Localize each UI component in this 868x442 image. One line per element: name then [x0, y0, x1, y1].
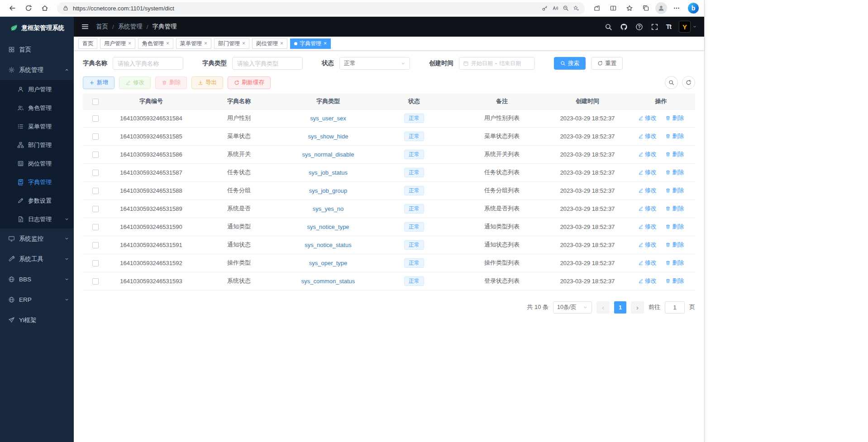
sidebar-item-system-monitor[interactable]: 系统监控: [0, 228, 74, 249]
reset-button[interactable]: 重置: [591, 57, 623, 70]
row-edit-button[interactable]: 修改: [638, 241, 657, 249]
add-button[interactable]: 新增: [83, 76, 114, 89]
row-edit-button[interactable]: 修改: [638, 277, 657, 285]
dict-type-link[interactable]: sys_notice_type: [307, 223, 349, 230]
goto-page-input[interactable]: [665, 301, 685, 314]
row-delete-button[interactable]: 删除: [665, 132, 684, 140]
row-delete-button[interactable]: 删除: [665, 186, 684, 195]
date-range-picker[interactable]: 开始日期 - 结束日期: [459, 57, 535, 70]
sidebar-item-post-mgmt[interactable]: 岗位管理: [0, 154, 74, 173]
favorites-button[interactable]: [623, 2, 636, 14]
status-select[interactable]: 正常: [339, 57, 410, 70]
row-edit-button[interactable]: 修改: [638, 114, 657, 122]
help-icon[interactable]: [635, 23, 643, 31]
row-edit-button[interactable]: 修改: [638, 223, 657, 231]
row-delete-button[interactable]: 删除: [665, 114, 684, 122]
row-checkbox[interactable]: [92, 278, 99, 285]
row-edit-button[interactable]: 修改: [638, 132, 657, 140]
breadcrumb-home[interactable]: 首页: [96, 23, 108, 31]
dict-type-input[interactable]: [232, 57, 303, 70]
row-checkbox[interactable]: [92, 206, 99, 212]
select-all-checkbox[interactable]: [92, 99, 99, 105]
row-edit-button[interactable]: 修改: [638, 186, 657, 195]
sidebar-item-dict-mgmt[interactable]: 字典管理: [0, 173, 74, 191]
dict-type-link[interactable]: sys_notice_status: [305, 242, 351, 248]
browser-back-button[interactable]: [5, 2, 19, 14]
current-page[interactable]: 1: [614, 301, 626, 314]
address-bar[interactable]: https://ccnetcore.com:1101/system/dict: [57, 2, 585, 14]
close-icon[interactable]: ×: [204, 41, 207, 46]
toggle-search-button[interactable]: [665, 76, 678, 89]
fullscreen-icon[interactable]: [651, 23, 658, 31]
tab-home[interactable]: 首页: [78, 38, 97, 49]
sidebar-item-home[interactable]: 首页: [0, 39, 74, 60]
row-delete-button[interactable]: 删除: [665, 168, 684, 176]
sidebar-item-role-mgmt[interactable]: 角色管理: [0, 99, 74, 117]
dict-type-link[interactable]: sys_normal_disable: [302, 151, 354, 158]
dict-type-link[interactable]: sys_show_hide: [308, 133, 348, 140]
dict-type-link[interactable]: sys_job_group: [309, 187, 348, 194]
row-edit-button[interactable]: 修改: [638, 150, 657, 158]
close-icon[interactable]: ×: [166, 41, 169, 46]
row-checkbox[interactable]: [92, 115, 99, 122]
refresh-cache-button[interactable]: 刷新缓存: [228, 76, 271, 89]
dict-type-link[interactable]: sys_oper_type: [309, 260, 348, 266]
user-menu[interactable]: Y: [679, 21, 697, 33]
next-page-button[interactable]: ›: [631, 301, 644, 314]
read-aloud-icon[interactable]: [552, 5, 558, 11]
dict-type-link[interactable]: sys_user_sex: [310, 115, 346, 122]
close-icon[interactable]: ×: [324, 41, 327, 46]
sidebar-item-menu-mgmt[interactable]: 菜单管理: [0, 117, 74, 136]
edit-button[interactable]: 修改: [119, 76, 151, 89]
app-logo[interactable]: 意框架管理系统: [0, 17, 74, 39]
tab-dict-mgmt[interactable]: 字典管理 ×: [290, 38, 331, 49]
row-delete-button[interactable]: 删除: [665, 150, 684, 158]
profile-avatar[interactable]: [655, 2, 667, 14]
row-checkbox[interactable]: [92, 133, 99, 140]
close-icon[interactable]: ×: [280, 41, 283, 46]
page-size-select[interactable]: 10条/页: [553, 301, 592, 314]
row-delete-button[interactable]: 删除: [665, 223, 684, 231]
tab-dept-mgmt[interactable]: 部门管理 ×: [214, 38, 249, 49]
sidebar-item-log-mgmt[interactable]: 日志管理: [0, 210, 74, 228]
split-screen-button[interactable]: [606, 2, 620, 14]
browser-refresh-button[interactable]: [22, 2, 35, 14]
row-edit-button[interactable]: 修改: [638, 168, 657, 176]
hamburger-icon[interactable]: [81, 23, 89, 31]
browser-home-button[interactable]: [38, 2, 52, 14]
row-delete-button[interactable]: 删除: [665, 259, 684, 267]
export-button[interactable]: 导出: [191, 76, 223, 89]
breadcrumb-system[interactable]: 系统管理: [118, 23, 143, 31]
tab-menu-mgmt[interactable]: 菜单管理 ×: [176, 38, 211, 49]
row-checkbox[interactable]: [92, 242, 99, 248]
collections-button[interactable]: [639, 2, 653, 14]
row-delete-button[interactable]: 删除: [665, 204, 684, 213]
tab-user-mgmt[interactable]: 用户管理 ×: [100, 38, 135, 49]
search-icon[interactable]: [605, 23, 612, 31]
sidebar-item-system-tools[interactable]: 系统工具: [0, 249, 74, 269]
sidebar-item-user-mgmt[interactable]: 用户管理: [0, 80, 74, 99]
sidebar-item-bbs[interactable]: BBS: [0, 269, 74, 290]
row-checkbox[interactable]: [92, 260, 99, 266]
row-delete-button[interactable]: 删除: [665, 241, 684, 249]
zoom-out-icon[interactable]: [563, 5, 569, 11]
dict-type-link[interactable]: sys_job_status: [309, 169, 348, 176]
row-checkbox[interactable]: [92, 188, 99, 194]
dict-type-link[interactable]: sys_yes_no: [313, 205, 344, 212]
sidebar-item-yi-framework[interactable]: Yi框架: [0, 310, 74, 330]
prev-page-button[interactable]: ‹: [596, 301, 610, 314]
favorite-add-icon[interactable]: [573, 5, 579, 11]
sidebar-item-erp[interactable]: ERP: [0, 290, 74, 310]
key-icon[interactable]: [542, 5, 548, 11]
row-delete-button[interactable]: 删除: [665, 277, 684, 285]
sidebar-item-param-settings[interactable]: 参数设置: [0, 191, 74, 210]
row-edit-button[interactable]: 修改: [638, 204, 657, 213]
tab-role-mgmt[interactable]: 角色管理 ×: [138, 38, 173, 49]
refresh-table-button[interactable]: [682, 76, 695, 89]
github-icon[interactable]: [620, 23, 628, 31]
close-icon[interactable]: ×: [242, 41, 245, 46]
dict-name-input[interactable]: [113, 57, 183, 70]
dict-type-link[interactable]: sys_common_status: [301, 278, 355, 285]
sidebar-item-dept-mgmt[interactable]: 部门管理: [0, 136, 74, 154]
bing-sidebar-icon[interactable]: b: [688, 3, 699, 14]
